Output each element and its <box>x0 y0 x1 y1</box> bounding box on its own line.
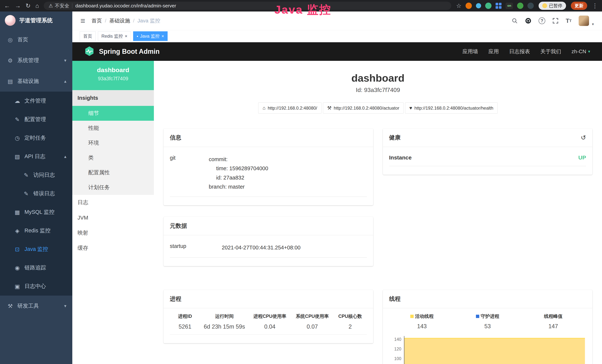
chevron-down-icon: ▾ <box>588 49 590 54</box>
sidebar-item-scheduled-jobs[interactable]: ◷ 定时任务 <box>0 129 72 147</box>
sba-nav-wallboard[interactable]: 应用墙 <box>462 48 478 55</box>
sidebar-item-redis-monitor[interactable]: ◈ Redis 监控 <box>0 221 72 240</box>
history-icon[interactable]: ↺ <box>581 134 586 141</box>
sidebar-item-home[interactable]: ◎ 首页 <box>0 29 72 50</box>
extension-vue-devtools-icon[interactable] <box>485 3 492 9</box>
sba-menu-scheduled-tasks[interactable]: 计划任务 <box>72 180 154 195</box>
warning-icon: ⚠ <box>49 3 53 9</box>
access-log-icon: ✎ <box>22 172 30 178</box>
tab-redis-monitor[interactable]: Redis 监控 × <box>98 31 131 41</box>
tab-label: Java 监控 <box>140 33 160 39</box>
fullscreen-icon[interactable] <box>552 18 559 24</box>
card-title: 进程 <box>170 295 181 303</box>
mysql-icon: ▦ <box>13 209 21 215</box>
sidebar-item-label: 研发工具 <box>17 302 39 310</box>
extension-grid-icon[interactable] <box>495 3 502 9</box>
sidebar-item-trace[interactable]: ◉ 链路追踪 <box>0 258 72 277</box>
health-url-button[interactable]: ♥ http://192.168.0.2:48080/actuator/heal… <box>405 102 498 114</box>
threads-card-header: 线程 <box>383 290 592 308</box>
sidebar-item-java-monitor[interactable]: ⊡ Java 监控 <box>0 240 72 258</box>
sba-nav-journal[interactable]: 日志报表 <box>509 48 530 55</box>
status-badge: UP <box>578 154 586 161</box>
breadcrumb-home[interactable]: 首页 <box>92 17 102 24</box>
app-logo-avatar <box>5 15 16 26</box>
hamburger-icon[interactable]: ≡ <box>80 16 85 25</box>
legend-label: 守护进程 <box>481 313 499 319</box>
help-icon[interactable]: ? <box>538 17 545 24</box>
legend-live-threads: 活动线程 <box>389 313 455 319</box>
info-card-header: 信息 <box>163 128 373 147</box>
sba-menu-environment[interactable]: 环境 <box>72 136 154 150</box>
user-avatar[interactable] <box>579 16 589 26</box>
sba-locale-select[interactable]: zh-CN ▾ <box>572 49 590 54</box>
sidebar-item-error-log[interactable]: ✎ 错误日志 <box>0 184 72 203</box>
update-label: 更新 <box>575 3 583 9</box>
trace-eye-icon: ◉ <box>13 265 21 271</box>
tab-home[interactable]: 首页 <box>80 31 96 41</box>
extension-orange-icon[interactable] <box>465 3 472 9</box>
service-url-button[interactable]: ⌂ http://192.168.0.2:48080/ <box>258 102 322 114</box>
sba-nav-about[interactable]: 关于我们 <box>540 48 561 55</box>
card-title: 线程 <box>389 295 401 303</box>
sba-brand-link[interactable]: Spring Boot Admin <box>84 46 160 57</box>
close-icon[interactable]: × <box>125 33 127 39</box>
metadata-row-value: 2021-04-27T00:44:31.254+08:00 <box>222 243 301 252</box>
github-icon[interactable] <box>525 17 532 24</box>
ytick-120: 120 <box>394 347 401 352</box>
sidebar-item-api-log[interactable]: ▧ API 日志 ▴ <box>0 147 72 166</box>
forward-icon[interactable]: → <box>15 3 21 9</box>
app-sidebar: 芋道管理系统 ◎ 首页 ⚙ 系统管理 ▾ ▤ 基础设施 ▴ ☁ 文件管理 ✎ 配… <box>0 11 72 364</box>
breadcrumb-infra[interactable]: 基础设施 <box>109 17 130 24</box>
sidebar-item-log-center[interactable]: ▣ 日志中心 <box>0 277 72 296</box>
breadcrumb-separator: / <box>105 18 107 24</box>
process-card-header: 进程 <box>163 290 373 308</box>
close-icon[interactable]: × <box>161 33 164 39</box>
sba-menu-config-props[interactable]: 配置属性 <box>72 165 154 180</box>
sidebar-item-system[interactable]: ⚙ 系统管理 ▾ <box>0 50 72 71</box>
profile-paused-chip[interactable]: 已暂停 <box>538 2 566 10</box>
address-bar[interactable]: ⚠ 不安全 dashboard.yudao.iocoder.cn/infra/a… <box>44 2 451 10</box>
sidebar-item-label: 首页 <box>17 36 28 43</box>
sba-menu-caches[interactable]: 缓存 <box>72 240 154 256</box>
sba-menu-details[interactable]: 细节 <box>72 106 154 121</box>
home-link-icon: ⌂ <box>263 105 266 111</box>
extension-leaf-icon[interactable] <box>517 3 523 9</box>
sba-menu-loggers[interactable]: 日志 <box>72 195 154 210</box>
pencil-icon: ✎ <box>13 116 21 123</box>
sidebar-item-access-log[interactable]: ✎ 访问日志 <box>0 166 72 184</box>
sba-menu-jvm[interactable]: JVM <box>72 210 154 225</box>
threads-chart-yaxis: 140 120 100 <box>389 336 404 364</box>
font-size-icon[interactable]: TT <box>566 17 572 24</box>
extension-on-badge-icon[interactable]: on <box>505 3 513 9</box>
tab-java-monitor[interactable]: ● Java 监控 × <box>133 31 168 41</box>
extension-dark-icon[interactable] <box>527 3 534 9</box>
timer-icon: ◷ <box>13 135 21 141</box>
browser-update-button[interactable]: 更新 <box>571 2 587 10</box>
breadcrumb-separator: / <box>133 18 134 24</box>
browser-menu-icon[interactable]: ⋮ <box>592 3 598 9</box>
sidebar-item-mysql-monitor[interactable]: ▦ MySQL 监控 <box>0 203 72 221</box>
search-icon[interactable] <box>512 18 518 24</box>
sidebar-item-file-manage[interactable]: ☁ 文件管理 <box>0 92 72 110</box>
back-icon[interactable]: ← <box>4 3 10 9</box>
browser-home-icon[interactable]: ⌂ <box>35 3 39 9</box>
ytick-100: 100 <box>394 356 401 361</box>
sidebar-item-infra[interactable]: ▤ 基础设施 ▴ <box>0 71 72 92</box>
sba-nav-applications[interactable]: 应用 <box>489 48 499 55</box>
sba-menu-mappings[interactable]: 映射 <box>72 225 154 240</box>
reload-icon[interactable]: ↻ <box>26 3 31 9</box>
extension-drop-icon[interactable] <box>476 3 481 8</box>
sba-menu-beans[interactable]: 类 <box>72 150 154 165</box>
sidebar-item-label: 访问日志 <box>33 171 55 179</box>
cards-grid: 信息 git commit: time: 1596289704000 id: 2… <box>163 128 592 364</box>
actuator-url-button[interactable]: ⚒ http://192.168.0.2:48080/actuator <box>323 102 404 114</box>
sidebar-item-config-manage[interactable]: ✎ 配置管理 <box>0 110 72 129</box>
sba-menu-metrics[interactable]: 性能 <box>72 121 154 136</box>
security-chip[interactable]: ⚠ 不安全 <box>49 3 69 9</box>
bookmark-star-icon[interactable]: ☆ <box>456 3 462 9</box>
process-header-proc-cpu: 进程CPU使用率 <box>249 313 291 319</box>
page-header: ≡ 首页 / 基础设施 / Java 监控 ? TT <box>72 11 602 30</box>
sidebar-item-devtools[interactable]: ⚒ 研发工具 ▾ <box>0 296 72 316</box>
sba-instance-header[interactable]: dashboard 93a3fc7f7409 <box>72 61 154 90</box>
health-card: 健康 ↺ Instance UP <box>383 128 592 175</box>
